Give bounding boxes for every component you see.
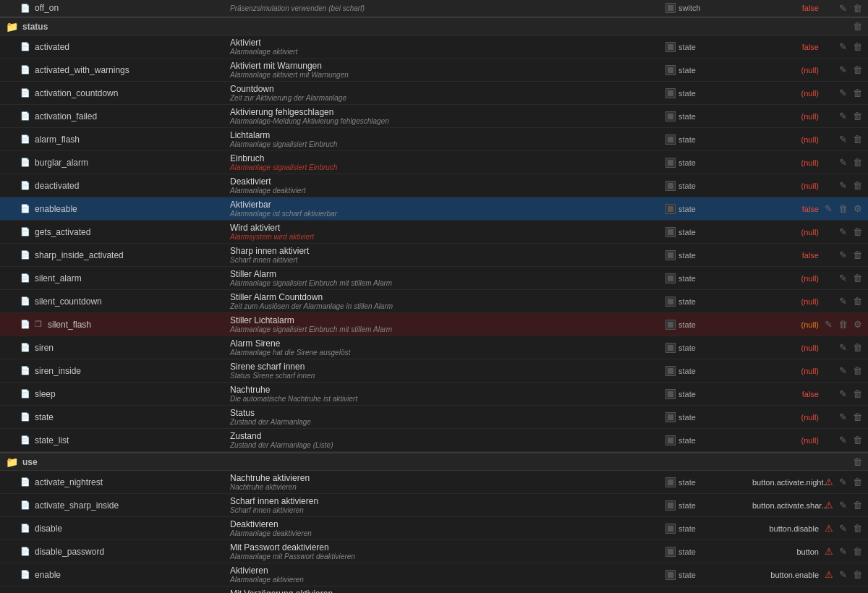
state-icon-state_list[interactable] — [665, 435, 676, 445]
warn-btn-disable_password[interactable]: ⚠ — [823, 545, 835, 558]
edit-btn-burglar_alarm[interactable]: ✎ — [838, 156, 848, 168]
copy-icon-silent_flash[interactable]: ❐ — [35, 320, 42, 329]
edit-btn-silent_alarm[interactable]: ✎ — [838, 272, 848, 284]
delete-btn-activation_countdown[interactable]: 🗑 — [851, 87, 864, 99]
state-icon-state[interactable] — [665, 412, 676, 422]
edit-btn-activate_sharp_inside[interactable]: ✎ — [838, 499, 848, 511]
delete-btn-state_list[interactable]: 🗑 — [851, 434, 864, 446]
delete-btn-activated_with_warnings[interactable]: 🗑 — [851, 64, 864, 76]
cell-state-siren_inside[interactable]: state — [665, 366, 752, 376]
delete-btn-gets_activated[interactable]: 🗑 — [851, 226, 864, 238]
folder-name-status[interactable]: 📁 status — [0, 21, 224, 33]
gear-btn2-silent_flash[interactable]: ⚙ — [852, 318, 864, 330]
cell-state-activation_countdown[interactable]: state — [665, 88, 752, 98]
delete-btn-silent_countdown[interactable]: 🗑 — [851, 295, 864, 307]
cell-state-state_list[interactable]: state — [665, 435, 752, 445]
cell-state-gets_activated[interactable]: state — [665, 227, 752, 237]
state-icon-enableable[interactable] — [665, 204, 676, 214]
state-icon-disable_password[interactable] — [665, 547, 676, 557]
edit-btn-enableable[interactable]: ✎ — [823, 202, 834, 215]
warn-btn-activate_sharp_inside[interactable]: ⚠ — [823, 499, 835, 511]
edit-btn-siren[interactable]: ✎ — [838, 341, 848, 354]
delete-btn-burglar_alarm[interactable]: 🗑 — [851, 156, 864, 168]
delete-btn-folder-use[interactable]: 🗑 — [851, 456, 864, 468]
cell-state-enableable[interactable]: state — [665, 204, 752, 214]
edit-btn-state_list[interactable]: ✎ — [838, 434, 848, 446]
state-icon-enable[interactable] — [665, 570, 676, 580]
cell-state-alarm_flash[interactable]: state — [665, 135, 752, 145]
cell-state-enable[interactable]: state — [665, 570, 752, 580]
folder-status[interactable]: 📁 status 🗑 — [0, 17, 868, 35]
cell-state-sleep[interactable]: state — [665, 389, 752, 399]
delete-btn-silent_flash[interactable]: 🗑 — [837, 318, 849, 330]
edit-btn-activation_failed[interactable]: ✎ — [838, 110, 848, 122]
state-icon-off-on[interactable] — [665, 3, 676, 13]
delete-btn-activate_sharp_inside[interactable]: 🗑 — [851, 499, 864, 511]
delete-btn-disable[interactable]: 🗑 — [851, 522, 864, 534]
delete-btn-activate_nightrest[interactable]: 🗑 — [851, 476, 864, 488]
delete-btn-activation_failed[interactable]: 🗑 — [851, 110, 864, 122]
delete-btn-alarm_flash[interactable]: 🗑 — [851, 133, 864, 145]
cell-state-siren[interactable]: state — [665, 343, 752, 353]
edit-btn-deactivated[interactable]: ✎ — [838, 179, 848, 192]
delete-btn-silent_alarm[interactable]: 🗑 — [851, 272, 864, 284]
cell-state-activated_with_warnings[interactable]: state — [665, 65, 752, 75]
state-icon-siren_inside[interactable] — [665, 366, 676, 376]
edit-btn-activated[interactable]: ✎ — [838, 40, 848, 53]
edit-btn-activate_nightrest[interactable]: ✎ — [838, 476, 848, 488]
delete-btn-deactivated[interactable]: 🗑 — [851, 179, 864, 192]
edit-btn-activation_countdown[interactable]: ✎ — [838, 87, 848, 99]
cell-state-burglar_alarm[interactable]: state — [665, 158, 752, 168]
delete-btn-state[interactable]: 🗑 — [851, 411, 864, 423]
cell-state-off-on[interactable]: switch — [665, 3, 752, 13]
edit-btn-state[interactable]: ✎ — [838, 411, 848, 423]
gear-btn-enableable[interactable]: ⚙ — [852, 202, 864, 215]
state-icon-activate_sharp_inside[interactable] — [665, 500, 676, 511]
state-icon-sleep[interactable] — [665, 389, 676, 399]
edit-btn-sharp_inside_activated[interactable]: ✎ — [838, 249, 848, 261]
state-icon-disable[interactable] — [665, 524, 676, 534]
edit-btn-silent_countdown[interactable]: ✎ — [838, 295, 848, 307]
folder-name-use[interactable]: 📁 use — [0, 456, 224, 468]
edit-btn-off-on[interactable]: ✎ — [838, 2, 848, 14]
edit-btn-activated_with_warnings[interactable]: ✎ — [838, 64, 848, 76]
delete-btn-activated[interactable]: 🗑 — [851, 40, 864, 53]
cell-state-silent_alarm[interactable]: state — [665, 273, 752, 283]
cell-state-activate_nightrest[interactable]: state — [665, 477, 752, 487]
delete-btn-enableable[interactable]: 🗑 — [837, 202, 849, 215]
delete-btn-enable[interactable]: 🗑 — [851, 568, 864, 581]
state-icon-alarm_flash[interactable] — [665, 135, 676, 145]
cell-state-silent_countdown[interactable]: state — [665, 296, 752, 307]
cell-state-disable[interactable]: state — [665, 524, 752, 534]
state-icon-siren[interactable] — [665, 343, 676, 353]
edit-btn-sleep[interactable]: ✎ — [838, 388, 848, 400]
folder-use[interactable]: 📁 use 🗑 — [0, 452, 868, 471]
state-icon-activation_countdown[interactable] — [665, 88, 676, 98]
delete-btn-disable_password[interactable]: 🗑 — [851, 545, 864, 558]
state-icon-silent_alarm[interactable] — [665, 273, 676, 283]
edit-btn-alarm_flash[interactable]: ✎ — [838, 133, 848, 145]
cell-state-activate_sharp_inside[interactable]: state — [665, 500, 752, 511]
state-icon-silent_countdown[interactable] — [665, 296, 676, 307]
warn-btn-activate_nightrest[interactable]: ⚠ — [823, 476, 835, 488]
cell-state-disable_password[interactable]: state — [665, 547, 752, 557]
cell-state-activation_failed[interactable]: state — [665, 111, 752, 121]
state-icon-activated_with_warnings[interactable] — [665, 65, 676, 75]
state-icon-silent_flash[interactable] — [665, 320, 676, 330]
warn-btn-disable[interactable]: ⚠ — [823, 522, 835, 534]
edit-btn-gets_activated[interactable]: ✎ — [838, 226, 848, 238]
edit-btn-enable[interactable]: ✎ — [838, 568, 848, 581]
edit-btn-disable_password[interactable]: ✎ — [838, 545, 848, 558]
warn-btn-enable[interactable]: ⚠ — [823, 568, 835, 581]
edit-btn-disable[interactable]: ✎ — [838, 522, 848, 534]
state-icon-activated[interactable] — [665, 42, 676, 52]
state-icon-sharp_inside_activated[interactable] — [665, 250, 676, 260]
cell-state-silent_flash[interactable]: state — [665, 320, 752, 330]
delete-btn-sharp_inside_activated[interactable]: 🗑 — [851, 249, 864, 261]
delete-btn-siren[interactable]: 🗑 — [851, 341, 864, 354]
cell-state-sharp_inside_activated[interactable]: state — [665, 250, 752, 260]
cell-state-state[interactable]: state — [665, 412, 752, 422]
state-icon-burglar_alarm[interactable] — [665, 158, 676, 168]
state-icon-activation_failed[interactable] — [665, 111, 676, 121]
cell-state-deactivated[interactable]: state — [665, 181, 752, 191]
